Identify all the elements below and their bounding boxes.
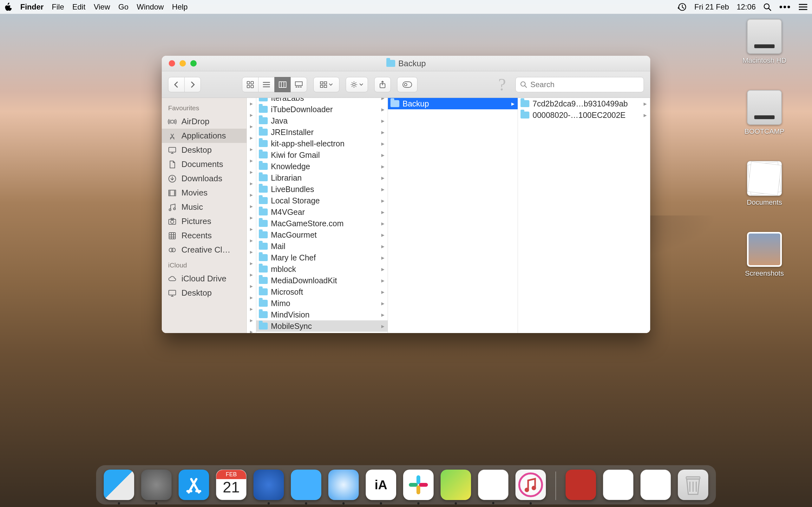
- sidebar-item-music[interactable]: Music: [162, 200, 247, 214]
- folder-row[interactable]: JREInstaller▸: [256, 126, 388, 138]
- menubar-time[interactable]: 12:06: [737, 3, 756, 11]
- desktop-icon-macintosh-hd[interactable]: Macintosh HD: [739, 19, 790, 65]
- dock-openemu[interactable]: [565, 469, 596, 500]
- dock-appstore[interactable]: [179, 469, 209, 500]
- dock-thunderbird[interactable]: [253, 469, 284, 500]
- dock-finder[interactable]: [104, 469, 134, 500]
- notification-center-icon[interactable]: [799, 3, 808, 10]
- time-machine-icon[interactable]: [678, 3, 687, 11]
- menubar-date[interactable]: Fri 21 Feb: [694, 3, 729, 11]
- menu-file[interactable]: File: [52, 3, 64, 11]
- dock-app-k[interactable]: [441, 469, 471, 500]
- tags-button[interactable]: [397, 77, 417, 92]
- toolbar-search[interactable]: [515, 77, 644, 92]
- finder-titlebar[interactable]: Backup: [162, 56, 650, 71]
- sidebar-item-applications[interactable]: Applications: [162, 129, 247, 143]
- peek-chevron[interactable]: ▸: [247, 223, 256, 235]
- sidebar-item-downloads[interactable]: Downloads: [162, 171, 247, 186]
- peek-chevron[interactable]: ▸: [247, 315, 256, 326]
- peek-chevron[interactable]: ▸: [247, 144, 256, 155]
- folder-row[interactable]: Knowledge▸: [256, 161, 388, 172]
- folder-row[interactable]: Backup▸: [388, 98, 518, 109]
- column-2[interactable]: Backup▸: [388, 98, 518, 333]
- group-by-button[interactable]: [313, 77, 339, 92]
- peek-chevron[interactable]: ▸: [247, 303, 256, 315]
- folder-row[interactable]: 7cd2b2dca9…b9310499ab▸: [518, 98, 650, 109]
- dock-doc-2[interactable]: [641, 469, 671, 500]
- column-3[interactable]: 7cd2b2dca9…b9310499ab▸00008020-…100EC200…: [518, 98, 650, 333]
- folder-row[interactable]: Microsoft▸: [256, 286, 388, 297]
- dock-itunes[interactable]: [515, 469, 546, 500]
- peek-chevron[interactable]: ▸: [247, 98, 256, 109]
- peek-chevron[interactable]: ▸: [247, 280, 256, 292]
- dock-launchpad[interactable]: [141, 469, 171, 500]
- desktop-icon-bootcamp[interactable]: BOOTCAMP: [739, 90, 790, 135]
- folder-row[interactable]: Mimo▸: [256, 297, 388, 309]
- menu-help[interactable]: Help: [172, 3, 188, 11]
- dock-doc-1[interactable]: [603, 469, 633, 500]
- peek-chevron[interactable]: ▸: [247, 212, 256, 223]
- column-peek[interactable]: ▸▸▸▸▸▸▸▸▸▸▸▸▸▸▸▸▸▸▸▸▸: [247, 98, 256, 333]
- peek-chevron[interactable]: ▸: [247, 121, 256, 132]
- sidebar-item-documents[interactable]: Documents: [162, 157, 247, 171]
- folder-row[interactable]: Java▸: [256, 115, 388, 126]
- peek-chevron[interactable]: ▸: [247, 326, 256, 333]
- folder-row[interactable]: M4VGear▸: [256, 206, 388, 218]
- folder-row[interactable]: mblock▸: [256, 263, 388, 275]
- folder-row[interactable]: Mary le Chef▸: [256, 252, 388, 263]
- folder-row[interactable]: MediaDownloadKit▸: [256, 275, 388, 286]
- peek-chevron[interactable]: ▸: [247, 292, 256, 303]
- view-list-button[interactable]: [258, 77, 275, 92]
- peek-chevron[interactable]: ▸: [247, 235, 256, 246]
- spotlight-icon[interactable]: [763, 3, 771, 11]
- view-columns-button[interactable]: [274, 77, 291, 92]
- peek-chevron[interactable]: ▸: [247, 269, 256, 280]
- menu-window[interactable]: Window: [137, 3, 164, 11]
- dock-slack[interactable]: [403, 469, 434, 500]
- folder-row[interactable]: MindVision▸: [256, 309, 388, 320]
- desktop-icon-documents[interactable]: Documents: [739, 161, 790, 207]
- menu-go[interactable]: Go: [118, 3, 129, 11]
- column-1[interactable]: IteraLabs▸iTubeDownloader▸Java▸JREInstal…: [256, 98, 388, 333]
- help-icon[interactable]: ?: [498, 75, 506, 95]
- peek-chevron[interactable]: ▸: [247, 201, 256, 212]
- view-gallery-button[interactable]: [291, 77, 307, 92]
- desktop-icon-screenshots[interactable]: Screenshots: [739, 232, 790, 278]
- menu-view[interactable]: View: [94, 3, 110, 11]
- peek-chevron[interactable]: ▸: [247, 189, 256, 201]
- view-icons-button[interactable]: [242, 77, 258, 92]
- dock-safari[interactable]: [328, 469, 359, 500]
- folder-row[interactable]: iTubeDownloader▸: [256, 104, 388, 115]
- peek-chevron[interactable]: ▸: [247, 246, 256, 258]
- search-input[interactable]: [530, 80, 639, 89]
- folder-row[interactable]: Local Storage▸: [256, 195, 388, 206]
- folder-row[interactable]: kit-app-shell-electron▸: [256, 138, 388, 149]
- dock-trash[interactable]: [678, 469, 708, 500]
- sidebar-item-recents[interactable]: Recents: [162, 228, 247, 243]
- apple-menu-icon[interactable]: [4, 3, 12, 11]
- peek-chevron[interactable]: ▸: [247, 178, 256, 189]
- folder-row[interactable]: MacGourmet▸: [256, 229, 388, 240]
- folder-row[interactable]: Mail▸: [256, 240, 388, 252]
- dock-tweetbot[interactable]: [291, 469, 321, 500]
- sidebar-item-movies[interactable]: Movies: [162, 186, 247, 200]
- folder-row[interactable]: LiveBundles▸: [256, 183, 388, 195]
- share-button[interactable]: [374, 77, 391, 92]
- peek-chevron[interactable]: ▸: [247, 132, 256, 144]
- sidebar-item-creative-cl-[interactable]: Creative Cl…: [162, 243, 247, 257]
- peek-chevron[interactable]: ▸: [247, 109, 256, 121]
- sidebar-item-desktop[interactable]: Desktop: [162, 143, 247, 157]
- sidebar-item-airdrop[interactable]: AirDrop: [162, 114, 247, 129]
- folder-row[interactable]: MacGameStore.com▸: [256, 218, 388, 229]
- folder-row[interactable]: IteraLabs▸: [256, 98, 388, 104]
- folder-row[interactable]: Librarian▸: [256, 172, 388, 183]
- peek-chevron[interactable]: ▸: [247, 155, 256, 166]
- folder-row[interactable]: MobileSync▸: [256, 320, 388, 332]
- dock-iawriter[interactable]: iA: [366, 469, 396, 500]
- sidebar-item-desktop[interactable]: Desktop: [162, 286, 247, 300]
- siri-icon[interactable]: •••: [779, 2, 791, 12]
- dock-notes[interactable]: [478, 469, 508, 500]
- folder-row[interactable]: Kiwi for Gmail▸: [256, 149, 388, 161]
- sidebar-item-icloud-drive[interactable]: iCloud Drive: [162, 272, 247, 286]
- folder-row[interactable]: 00008020-…100EC2002E▸: [518, 109, 650, 121]
